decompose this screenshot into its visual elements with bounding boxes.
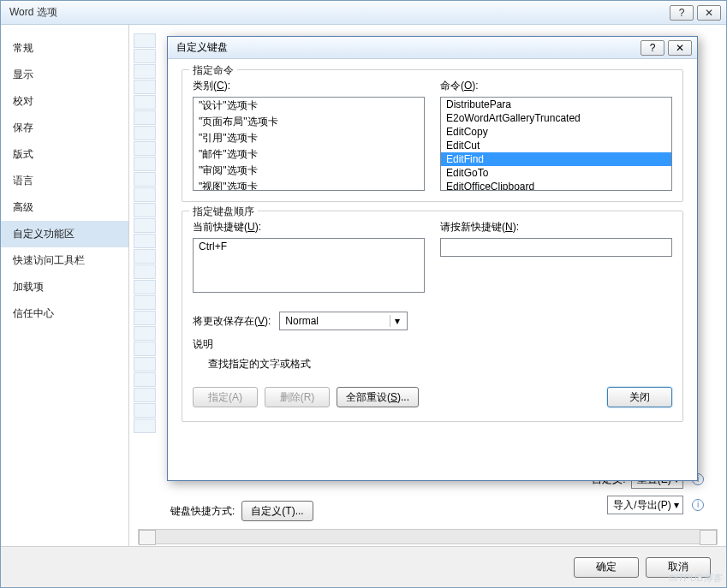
inner-help-button[interactable]: ? [641,40,664,56]
command-item[interactable]: EditCopy [441,125,671,139]
category-item[interactable]: "设计"选项卡 [194,98,424,114]
categories-listbox[interactable]: "设计"选项卡 "页面布局"选项卡 "引用"选项卡 "邮件"选项卡 "审阅"选项… [193,97,425,191]
save-in-value: Normal [285,315,319,327]
customize-keyboard-dialog: 自定义键盘 ? ✕ 指定命令 类别(C): "设计"选项卡 "页面布局"选项卡 … [167,36,698,481]
sidebar-item-customize-ribbon[interactable]: 自定义功能区 [1,221,128,247]
assign-button[interactable]: 指定(A) [193,387,258,407]
options-sidebar: 常规 显示 校对 保存 版式 语言 高级 自定义功能区 快速访问工具栏 加载项 … [1,25,129,546]
save-in-combo[interactable]: Normal ▾ [279,312,408,330]
command-icon-strip [134,33,159,503]
commands-label: 命令(O): [440,79,672,93]
remove-button[interactable]: 删除(R) [265,387,330,407]
customize-keyboard-button[interactable]: 自定义(T)... [241,501,313,521]
description-title: 说明 [193,337,672,352]
current-key-item[interactable]: Ctrl+F [199,241,419,252]
close-button[interactable]: ✕ [697,5,721,21]
category-item[interactable]: "邮件"选项卡 [194,146,424,163]
sidebar-item-addins[interactable]: 加载项 [1,274,128,300]
category-item[interactable]: "引用"选项卡 [194,130,424,146]
save-in-label: 将更改保存在(V): [193,314,271,329]
sidebar-item-proofing[interactable]: 校对 [1,88,128,115]
import-export-combo[interactable]: 导入/导出(P) ▾ [607,496,683,514]
outer-title: Word 选项 [6,5,666,20]
help-button[interactable]: ? [670,5,694,21]
group1-legend: 指定命令 [189,63,237,78]
commands-listbox[interactable]: DistributePara E2oWordArtGalleryTruncate… [440,97,672,191]
sidebar-item-general[interactable]: 常规 [1,35,128,62]
inner-title: 自定义键盘 [173,40,637,55]
close-dialog-button[interactable]: 关闭 [607,387,672,407]
inner-titlebar: 自定义键盘 ? ✕ [168,37,697,59]
command-item[interactable]: EditCut [441,139,671,152]
category-item[interactable]: "页面布局"选项卡 [194,114,424,130]
category-item[interactable]: "审阅"选项卡 [194,163,424,179]
outer-titlebar: Word 选项 ? ✕ [1,1,726,25]
info-icon-2[interactable]: i [692,499,704,511]
sidebar-item-advanced[interactable]: 高级 [1,194,128,221]
current-keys-listbox[interactable]: Ctrl+F [193,238,425,293]
reset-all-button[interactable]: 全部重设(S)... [337,387,419,407]
chevron-down-icon: ▾ [390,315,403,327]
category-item[interactable]: "视图"选项卡 [194,179,424,191]
command-item[interactable]: EditGoTo [441,166,671,180]
command-item[interactable]: DistributePara [441,98,671,111]
ok-button[interactable]: 确定 [574,557,639,578]
horizontal-scrollbar[interactable] [138,529,718,544]
new-key-label: 请按新快捷键(N): [440,220,672,235]
sidebar-item-qat[interactable]: 快速访问工具栏 [1,247,128,274]
new-shortcut-input[interactable] [440,238,672,257]
current-keys-label: 当前快捷键(U): [193,220,425,235]
keyboard-shortcuts-label: 键盘快捷方式: [170,504,235,519]
sidebar-item-display[interactable]: 显示 [1,62,128,88]
sidebar-item-language[interactable]: 语言 [1,168,128,194]
specify-command-group: 指定命令 类别(C): "设计"选项卡 "页面布局"选项卡 "引用"选项卡 "邮… [182,69,683,202]
description-text: 查找指定的文字或格式 [208,357,672,371]
categories-label: 类别(C): [193,79,425,93]
command-item[interactable]: E2oWordArtGalleryTruncated [441,111,671,125]
group2-legend: 指定键盘顺序 [189,205,258,219]
sidebar-item-save[interactable]: 保存 [1,115,128,141]
command-item[interactable]: EditOfficeClipboard [441,180,671,191]
sidebar-item-layout[interactable]: 版式 [1,141,128,168]
watermark: ©ITPUB博客 [669,572,723,585]
specify-keyboard-sequence-group: 指定键盘顺序 当前快捷键(U): Ctrl+F 请按新快捷键(N): 将更改保存… [182,211,683,422]
sidebar-item-trust-center[interactable]: 信任中心 [1,300,128,327]
inner-close-button[interactable]: ✕ [668,40,692,56]
command-item-selected[interactable]: EditFind [441,152,671,166]
outer-footer: 确定 取消 [1,546,726,587]
